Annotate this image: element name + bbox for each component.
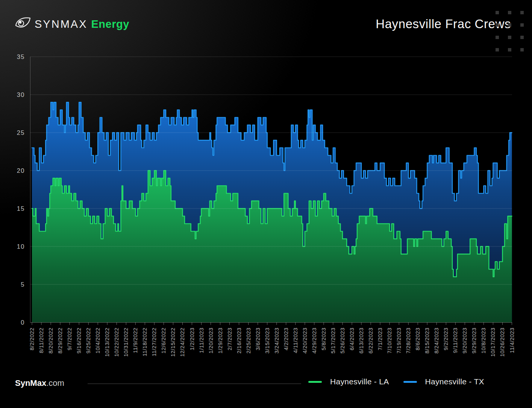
x-tick-label: 1/11/2023 <box>199 328 205 353</box>
x-tick-label: 8/20/2022 <box>48 328 54 354</box>
x-tick-label: 11/9/2022 <box>132 328 138 353</box>
legend-swatch <box>403 381 417 383</box>
x-tick-label: 8/11/2022 <box>38 328 44 353</box>
legend-item-haynesville-tx[interactable]: Haynesville - TX <box>403 377 484 386</box>
frac-crews-chart: 051015202530358/2/20228/11/20228/20/2022… <box>0 0 532 408</box>
x-tick-label: 10/17/2023 <box>490 328 496 357</box>
x-tick-label: 9/2/2023 <box>443 328 449 350</box>
x-tick-label: 9/20/2023 <box>462 328 468 354</box>
y-tick-label-0: 0 <box>21 319 25 326</box>
x-tick-label: 10/13/2022 <box>104 328 110 357</box>
x-tick-label: 11/4/2023 <box>509 328 515 353</box>
x-tick-label: 6/22/2023 <box>368 328 374 354</box>
x-tick-label: 7/19/2023 <box>396 328 402 354</box>
y-tick-label-10: 10 <box>17 243 25 250</box>
footer-brand: SynMax.com <box>15 378 64 388</box>
footer-brand-suffix: .com <box>46 378 64 388</box>
x-tick-label: 10/31/2022 <box>123 328 129 357</box>
y-tick-label-20: 20 <box>17 167 25 174</box>
brand-logo: SYNMAX Energy <box>15 17 129 32</box>
x-tick-label: 3/24/2023 <box>274 328 280 354</box>
x-tick-label: 1/20/2023 <box>208 328 214 354</box>
x-tick-label: 4/29/2023 <box>311 328 317 354</box>
x-tick-label: 7/1/2023 <box>377 328 383 350</box>
x-tick-label: 9/11/2023 <box>452 328 458 353</box>
x-tick-label: 5/26/2023 <box>340 328 346 354</box>
y-tick-label-25: 25 <box>17 129 25 136</box>
y-tick-label-35: 35 <box>17 53 25 60</box>
legend-label: Haynesville - LA <box>330 377 389 386</box>
x-tick-label: 4/11/2023 <box>293 328 299 353</box>
corner-dots-decoration <box>496 11 524 51</box>
x-tick-label: 3/6/2023 <box>255 328 261 350</box>
footer-divider <box>88 384 301 384</box>
x-tick-label: 2/7/2023 <box>227 328 233 350</box>
x-tick-label: 11/18/2022 <box>142 328 148 357</box>
x-tick-label: 5/8/2023 <box>321 328 327 350</box>
x-tick-label: 8/6/2023 <box>415 328 421 350</box>
synmax-eye-icon <box>15 17 31 32</box>
x-tick-label: 10/4/2022 <box>95 328 101 354</box>
x-tick-label: 7/28/2023 <box>405 328 411 354</box>
x-tick-label: 9/16/2022 <box>76 328 82 354</box>
x-tick-label: 4/20/2023 <box>302 328 308 354</box>
x-tick-label: 8/24/2023 <box>433 328 440 354</box>
synmax-frac-crews-dashboard: { "brand": { "logo_text": "SYNMAX", "log… <box>0 0 532 408</box>
x-tick-label: 12/15/2022 <box>170 328 176 357</box>
x-tick-label: 8/15/2023 <box>424 328 430 354</box>
x-tick-label: 2/16/2023 <box>236 328 242 354</box>
x-tick-label: 9/29/2023 <box>471 328 477 354</box>
x-tick-label: 12/6/2022 <box>161 328 167 354</box>
x-tick-label: 3/15/2023 <box>264 328 270 354</box>
x-tick-label: 9/7/2022 <box>67 328 73 350</box>
footer-brand-bold: SynMax <box>15 378 46 388</box>
x-tick-label: 5/17/2023 <box>330 328 336 354</box>
x-tick-label: 1/29/2023 <box>217 328 223 354</box>
chart-legend: Haynesville - LAHaynesville - TX <box>308 377 484 386</box>
legend-label: Haynesville - TX <box>425 377 484 386</box>
x-tick-label: 1/2/2023 <box>189 328 195 350</box>
x-tick-label: 8/2/2022 <box>29 328 35 350</box>
x-tick-label: 10/22/2022 <box>114 328 120 357</box>
x-tick-label: 6/4/2023 <box>349 328 355 350</box>
page-title: Haynesville Frac Crews <box>376 17 511 32</box>
legend-item-haynesville-la[interactable]: Haynesville - LA <box>308 377 389 386</box>
x-tick-label: 9/25/2022 <box>85 328 91 354</box>
x-tick-label: 2/25/2023 <box>246 328 252 354</box>
x-tick-label: 10/26/2023 <box>499 328 505 357</box>
x-tick-label: 4/2/2023 <box>283 328 289 350</box>
legend-swatch <box>308 381 322 383</box>
brand-name: SYNMAX <box>35 19 87 30</box>
x-tick-label: 7/10/2023 <box>386 328 393 354</box>
brand-accent: Energy <box>91 19 129 30</box>
y-tick-label-5: 5 <box>21 281 25 288</box>
x-tick-label: 8/29/2022 <box>57 328 63 354</box>
y-tick-label-30: 30 <box>17 91 25 98</box>
x-tick-label: 10/8/2023 <box>480 328 487 354</box>
x-tick-label: 6/13/2023 <box>358 328 364 354</box>
x-tick-label: 12/24/2022 <box>179 328 185 357</box>
y-tick-label-15: 15 <box>17 205 25 212</box>
x-tick-label: 11/27/2022 <box>151 328 157 357</box>
